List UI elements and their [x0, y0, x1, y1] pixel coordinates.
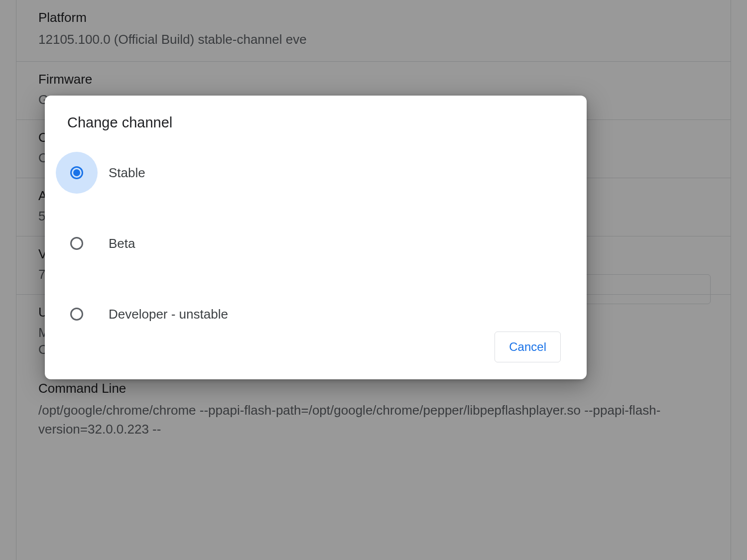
radio-option-developer[interactable]: Developer - unstable — [56, 293, 587, 335]
change-channel-dialog: Change channel Stable Beta — [45, 96, 587, 379]
radio-indicator-stable — [56, 152, 98, 194]
radio-outer-icon — [70, 166, 83, 179]
radio-label-stable: Stable — [109, 165, 145, 181]
radio-inner-icon — [73, 169, 80, 176]
radio-outer-icon — [70, 308, 83, 321]
dialog-title: Change channel — [45, 114, 587, 131]
radio-outer-icon — [70, 237, 83, 250]
radio-indicator-developer — [56, 293, 98, 335]
radio-option-beta[interactable]: Beta — [56, 223, 587, 264]
channel-radio-group: Stable Beta Developer - unstable — [45, 152, 587, 335]
radio-option-stable[interactable]: Stable — [56, 152, 587, 194]
radio-label-beta: Beta — [109, 236, 135, 251]
dialog-actions: Cancel — [495, 332, 561, 362]
radio-inner-icon — [73, 311, 80, 318]
radio-label-developer: Developer - unstable — [109, 307, 228, 322]
radio-inner-icon — [73, 240, 80, 247]
radio-indicator-beta — [56, 223, 98, 264]
cancel-button[interactable]: Cancel — [495, 332, 561, 362]
